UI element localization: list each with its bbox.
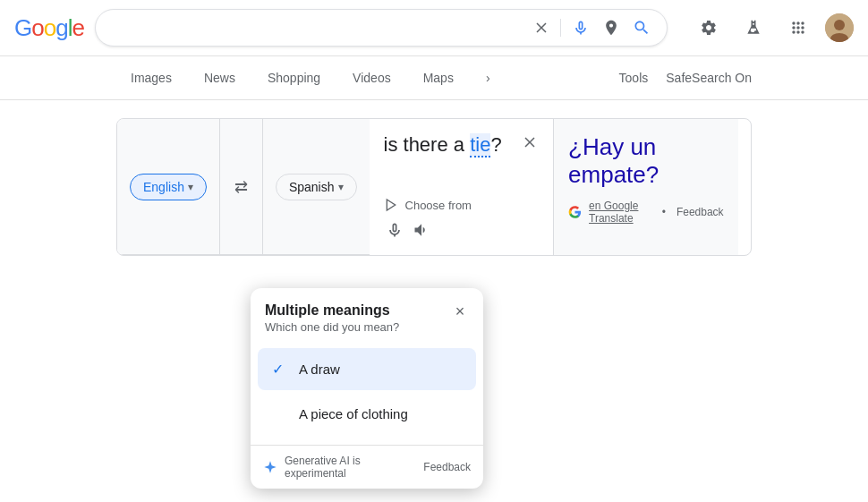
popup-footer: Generative AI is experimental Feedback [251, 445, 483, 489]
tab-more[interactable]: › [472, 64, 505, 92]
swap-languages-button[interactable]: ⇄ [227, 174, 255, 200]
safesearch-label: SafeSearch On [666, 71, 752, 85]
source-actions: Choose from [384, 198, 540, 212]
popup-option-draw[interactable]: ✓ A draw [258, 348, 476, 390]
search-icons [532, 17, 652, 38]
multiple-meanings-popup: Multiple meanings Which one did you mean… [251, 288, 483, 489]
google-g-icon [568, 202, 582, 222]
chevron-down-icon: ▾ [338, 181, 344, 193]
mic-translate-button[interactable] [384, 219, 405, 241]
search-button[interactable] [631, 17, 652, 38]
popup-option-clothing[interactable]: A piece of clothing [258, 394, 476, 434]
volume-button[interactable] [411, 219, 432, 241]
popup-container: Multiple meanings Which one did you mean… [251, 288, 483, 489]
tools-button[interactable]: Tools [616, 64, 652, 92]
google-logo[interactable]: Google [14, 14, 84, 42]
popup-subtitle: Which one did you mean? [265, 320, 469, 334]
target-lang-area: Spanish ▾ [263, 119, 370, 254]
source-panel: is there a tie? Choose from [370, 119, 555, 255]
search-tabs: Images News Shopping Videos Maps › Tools… [0, 56, 868, 100]
generative-ai-icon [263, 460, 277, 474]
source-text-highlighted: tie [470, 133, 490, 157]
source-text-before: is there a [384, 133, 471, 156]
header: Google translate english to spanish [0, 0, 868, 56]
popup-feedback-link[interactable]: Feedback [423, 461, 471, 473]
choose-from-text: Choose from [405, 199, 472, 212]
target-panel: ¿Hay un empate? en Google Translate • Fe… [554, 119, 738, 255]
divider [560, 19, 561, 37]
lens-button[interactable] [600, 17, 622, 38]
popup-close-button[interactable]: × [447, 299, 472, 324]
source-text: is there a tie? [384, 133, 540, 187]
target-bottom: en Google Translate • Feedback [568, 200, 724, 225]
avatar[interactable] [825, 13, 854, 42]
mic-button[interactable] [570, 17, 591, 38]
search-input[interactable]: translate english to spanish [110, 20, 523, 36]
svg-point-1 [834, 20, 845, 30]
settings-button[interactable] [691, 10, 727, 46]
tab-maps[interactable]: Maps [409, 64, 468, 92]
source-text-after: ? [490, 133, 501, 156]
check-icon: ✓ [272, 361, 290, 378]
popup-title: Multiple meanings [265, 302, 469, 319]
gen-ai-text: Generative AI is experimental [285, 455, 416, 480]
open-in-translate-link[interactable]: en Google Translate [589, 200, 655, 225]
tab-shopping[interactable]: Shopping [253, 64, 335, 92]
apps-button[interactable] [780, 10, 816, 46]
swap-area: ⇄ [219, 119, 263, 254]
target-text: ¿Hay un empate? [568, 133, 724, 189]
source-bottom-icons [384, 219, 540, 241]
tab-videos[interactable]: Videos [338, 64, 405, 92]
tools-area: Tools SafeSearch On [616, 64, 752, 92]
feedback-link[interactable]: Feedback [677, 206, 724, 218]
header-right [691, 10, 854, 46]
popup-option-draw-label: A draw [299, 362, 340, 377]
source-lang-area: English ▾ [117, 119, 219, 254]
translate-panels: is there a tie? Choose from [370, 119, 738, 255]
popup-options: ✓ A draw A piece of clothing [251, 341, 483, 445]
clear-text-button[interactable] [517, 130, 542, 155]
translate-container: English ▾ ⇄ Spanish ▾ [116, 118, 752, 256]
clear-search-button[interactable] [532, 18, 551, 38]
bullet-separator: • [662, 206, 666, 218]
labs-button[interactable] [736, 10, 771, 46]
main-content: English ▾ ⇄ Spanish ▾ [0, 100, 868, 274]
lang-selector-row: English ▾ ⇄ Spanish ▾ [117, 119, 370, 255]
popup-header: Multiple meanings Which one did you mean… [251, 288, 483, 341]
ai-translate-icon [384, 198, 398, 212]
popup-option-clothing-label: A piece of clothing [299, 406, 408, 421]
source-lang-button[interactable]: English ▾ [130, 174, 207, 200]
target-lang-button[interactable]: Spanish ▾ [276, 174, 357, 200]
chevron-down-icon: ▾ [188, 181, 193, 193]
tab-news[interactable]: News [190, 64, 250, 92]
tab-images[interactable]: Images [116, 64, 186, 92]
search-bar: translate english to spanish [95, 9, 668, 47]
